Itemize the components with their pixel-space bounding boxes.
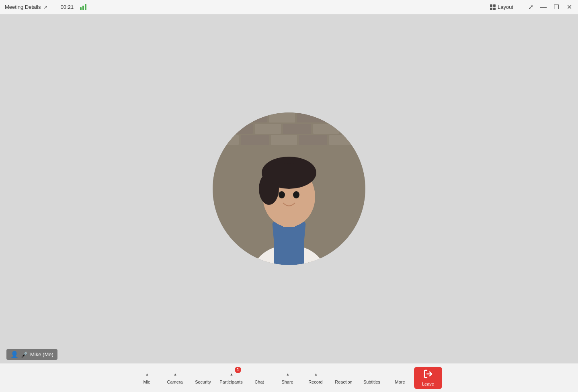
title-bar-right: Layout ⤢ — ☐ ✕ — [487, 2, 573, 12]
window-controls: ⤢ — ☐ ✕ — [527, 4, 573, 10]
meeting-timer: 00:21 — [61, 4, 74, 10]
camera-button[interactable]: ▲ Camera — [161, 365, 189, 391]
svg-rect-6 — [327, 112, 365, 122]
subtitles-button[interactable]: CC Subtitles — [358, 365, 386, 391]
svg-rect-9 — [283, 124, 311, 134]
mic-chevron[interactable]: ▲ — [146, 372, 149, 376]
person-icon: 👤 — [10, 351, 18, 358]
camera-chevron[interactable]: ▲ — [174, 372, 177, 376]
title-divider-1 — [54, 3, 54, 11]
security-label: Security — [195, 380, 211, 384]
chat-button[interactable]: Chat — [245, 365, 273, 391]
signal-bar-3 — [85, 4, 86, 10]
leave-icon — [423, 369, 433, 381]
svg-rect-3 — [239, 112, 267, 122]
svg-point-26 — [279, 191, 285, 198]
record-icon-row: ▲ — [314, 371, 318, 378]
signal-bar-2 — [82, 6, 84, 10]
participants-button[interactable]: ▲ 1 Participants — [217, 365, 245, 391]
participants-label: Participants — [219, 380, 242, 384]
mic-icon-row: ▲ — [145, 371, 149, 378]
reaction-button[interactable]: Reaction — [330, 365, 358, 391]
toolbar-items: ▲ Mic ▲ Camera — [2, 365, 576, 391]
security-button[interactable]: Security — [189, 365, 217, 391]
record-label: Record — [308, 380, 322, 384]
svg-point-25 — [263, 163, 315, 186]
main-content — [0, 14, 578, 363]
svg-rect-4 — [269, 112, 295, 122]
signal-bar-1 — [80, 7, 82, 10]
participant-avatar — [213, 112, 365, 265]
svg-rect-15 — [329, 135, 365, 145]
share-icon-row: ▲ — [285, 371, 290, 378]
title-bar: Meeting Details ↗ 00:21 Layout ⤢ — ☐ ✕ — [0, 0, 578, 14]
mic-muted-icon: 🎤 — [21, 351, 28, 358]
signal-strength — [80, 4, 86, 10]
svg-rect-11 — [213, 135, 239, 145]
svg-point-27 — [293, 191, 299, 198]
svg-rect-2 — [213, 112, 237, 122]
participants-icon-row: ▲ — [229, 371, 234, 378]
maximize-button[interactable]: ☐ — [552, 4, 560, 10]
record-button[interactable]: ▲ Record — [301, 365, 330, 391]
fullscreen-button[interactable]: ⤢ — [527, 4, 535, 10]
share-chevron[interactable]: ▲ — [286, 372, 290, 376]
svg-rect-13 — [271, 135, 297, 145]
person-name: Mike (Me) — [30, 351, 53, 357]
more-label: More — [395, 380, 405, 384]
toolbar: ▲ Mic ▲ Camera — [0, 363, 578, 392]
title-divider-2 — [520, 3, 520, 11]
layout-label: Layout — [498, 4, 513, 10]
participants-badge: 1 — [235, 367, 241, 373]
svg-rect-7 — [225, 124, 253, 134]
meeting-details-button[interactable]: Meeting Details ↗ — [5, 4, 47, 10]
title-bar-left: Meeting Details ↗ 00:21 — [5, 3, 487, 11]
svg-rect-20 — [274, 225, 304, 265]
share-icon: ↗ — [43, 4, 47, 10]
chat-label: Chat — [254, 380, 264, 384]
mic-label: Mic — [143, 380, 150, 384]
share-button[interactable]: ▲ Share — [273, 365, 301, 391]
subtitles-label: Subtitles — [363, 380, 380, 384]
layout-icon — [490, 4, 496, 10]
share-label: Share — [281, 380, 293, 384]
svg-rect-5 — [297, 112, 325, 122]
leave-button[interactable]: Leave — [414, 367, 442, 389]
layout-button[interactable]: Layout — [487, 2, 517, 12]
leave-label: Leave — [422, 382, 434, 386]
close-button[interactable]: ✕ — [565, 4, 573, 10]
camera-label: Camera — [167, 380, 182, 384]
record-chevron[interactable]: ▲ — [314, 372, 318, 376]
meeting-details-label: Meeting Details — [5, 4, 41, 10]
svg-rect-8 — [255, 124, 281, 134]
reaction-label: Reaction — [335, 380, 352, 384]
mic-button[interactable]: ▲ Mic — [133, 365, 161, 391]
svg-rect-10 — [313, 124, 339, 134]
minimize-button[interactable]: — — [539, 4, 547, 10]
person-label: 👤 🎤 Mike (Me) — [6, 349, 57, 360]
camera-icon-row: ▲ — [173, 371, 177, 378]
svg-rect-12 — [241, 135, 269, 145]
participants-chevron[interactable]: ▲ — [230, 372, 234, 376]
svg-rect-14 — [299, 135, 327, 145]
more-button[interactable]: More — [386, 365, 414, 391]
